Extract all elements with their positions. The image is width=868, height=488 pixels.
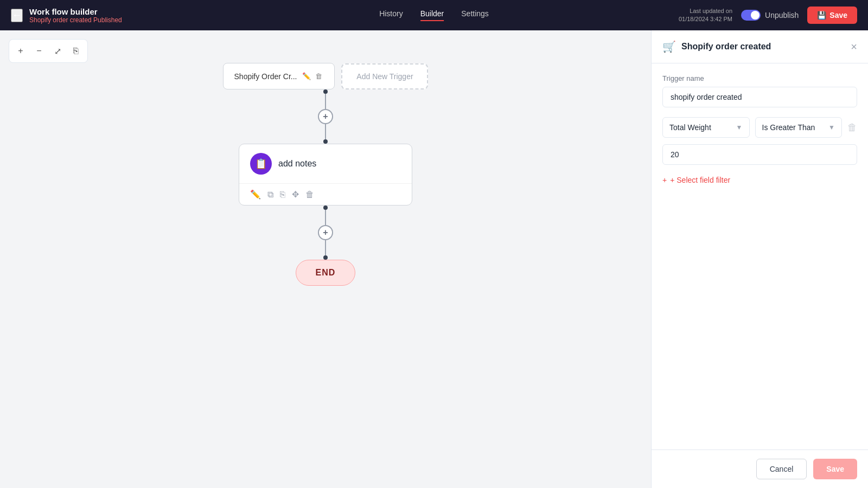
connector-dot-top-1 [323, 89, 328, 94]
delete-action-button[interactable]: 🗑 [305, 189, 314, 200]
zoom-in-button[interactable]: + [12, 43, 29, 59]
add-step-button-2[interactable]: + [318, 225, 333, 240]
back-button[interactable]: ← [11, 9, 23, 22]
filter-value-wrap [662, 144, 857, 165]
trigger-row: Shopify Order Cr... ✏️ 🗑 Add New Trigger [223, 63, 429, 89]
end-node: END [296, 260, 356, 286]
operator-selector[interactable]: Is Greater Than ▼ [755, 117, 843, 138]
operator-selector-label: Is Greater Than [762, 123, 815, 132]
panel-body: Trigger name Total Weight ▼ Is Greater T… [652, 63, 868, 450]
copy-action-button[interactable]: ⎘ [280, 189, 285, 200]
canvas-toolbar: + − ⤢ ⎘ [9, 39, 88, 63]
panel-footer: Cancel Save [652, 450, 868, 488]
connector-line-2a [325, 210, 326, 225]
edit-trigger-icon[interactable]: ✏️ [301, 71, 312, 81]
field-selector[interactable]: Total Weight ▼ [662, 117, 750, 138]
last-updated: Last updated on 01/18/2024 3:42 PM [679, 7, 732, 24]
workflow-title: Work flow builder [29, 7, 122, 16]
panel-header: 🛒 Shopify order created × [652, 30, 868, 63]
field-selector-label: Total Weight [669, 123, 711, 132]
connector-dot-top-2 [323, 206, 328, 210]
cancel-button[interactable]: Cancel [756, 459, 807, 479]
save-icon: 💾 [817, 11, 826, 20]
connector-line-1a [325, 94, 326, 109]
nav-history[interactable]: History [379, 9, 403, 21]
flow-canvas: Shopify Order Cr... ✏️ 🗑 Add New Trigger… [0, 30, 651, 488]
connector-dot-bottom-2 [323, 255, 328, 260]
operator-selector-chevron: ▼ [828, 124, 835, 131]
connector-dot-bottom-1 [323, 139, 328, 144]
trigger-node-label: Shopify Order Cr... [234, 72, 297, 81]
fit-screen-button[interactable]: ⤢ [49, 43, 66, 59]
canvas-area: + − ⤢ ⎘ Shopify Order Cr... ✏️ 🗑 Add New… [0, 30, 651, 488]
publish-toggle-wrap: Unpublish [741, 10, 799, 21]
filter-row: Total Weight ▼ Is Greater Than ▼ 🗑 [662, 117, 857, 138]
action-node: 📋 add notes ✏️ ⧉ ⎘ ✥ 🗑 [239, 144, 412, 206]
panel-title: Shopify order created [681, 42, 771, 52]
zoom-out-button[interactable]: − [31, 43, 47, 59]
connector-line-1b [325, 124, 326, 139]
plus-icon: + [662, 176, 667, 184]
panel-close-button[interactable]: × [851, 41, 857, 53]
add-step-button-1[interactable]: + [318, 109, 333, 124]
field-selector-chevron: ▼ [736, 124, 743, 131]
delete-trigger-icon[interactable]: 🗑 [314, 71, 323, 81]
trigger-name-input[interactable] [662, 87, 857, 107]
edit-action-button[interactable]: ✏️ [250, 189, 261, 200]
add-trigger-button[interactable]: Add New Trigger [341, 63, 428, 89]
topnav: ← Work flow builder Shopify order create… [0, 0, 868, 30]
published-badge: Published [93, 16, 122, 24]
shopify-trigger-node[interactable]: Shopify Order Cr... ✏️ 🗑 [223, 63, 335, 89]
copy-button[interactable]: ⎘ [68, 43, 84, 59]
notes-icon: 📋 [255, 158, 267, 170]
action-node-header: 📋 add notes [239, 144, 412, 183]
publish-toggle[interactable] [741, 10, 761, 21]
add-filter-button[interactable]: + + Select field filter [662, 176, 730, 184]
save-button[interactable]: 💾 Save [807, 7, 857, 24]
move-action-button[interactable]: ✥ [292, 189, 299, 200]
connector-1: + [318, 89, 333, 144]
duplicate-action-button[interactable]: ⧉ [267, 189, 273, 200]
unpublish-label[interactable]: Unpublish [765, 11, 799, 20]
title-block: Work flow builder Shopify order created … [29, 7, 122, 24]
nav-links: History Builder Settings [379, 9, 489, 21]
right-panel: 🛒 Shopify order created × Trigger name T… [651, 30, 868, 488]
trigger-name-label: Trigger name [662, 74, 857, 82]
panel-save-button[interactable]: Save [813, 459, 857, 479]
connector-2: + [318, 206, 333, 260]
action-icon: 📋 [250, 153, 272, 175]
cart-icon: 🛒 [662, 40, 676, 53]
action-node-toolbar: ✏️ ⧉ ⎘ ✥ 🗑 [239, 183, 412, 205]
filter-value-input[interactable] [662, 144, 857, 165]
panel-header-left: 🛒 Shopify order created [662, 40, 771, 53]
nav-builder[interactable]: Builder [420, 9, 444, 21]
trigger-node-icons: ✏️ 🗑 [301, 71, 323, 81]
connector-line-2b [325, 240, 326, 255]
action-label: add notes [278, 159, 316, 169]
main-layout: + − ⤢ ⎘ Shopify Order Cr... ✏️ 🗑 Add New… [0, 30, 868, 488]
workflow-subtitle: Shopify order created Published [29, 16, 122, 24]
topnav-right: Last updated on 01/18/2024 3:42 PM Unpub… [679, 7, 857, 24]
delete-filter-button[interactable]: 🗑 [847, 122, 857, 133]
nav-settings[interactable]: Settings [461, 9, 489, 21]
